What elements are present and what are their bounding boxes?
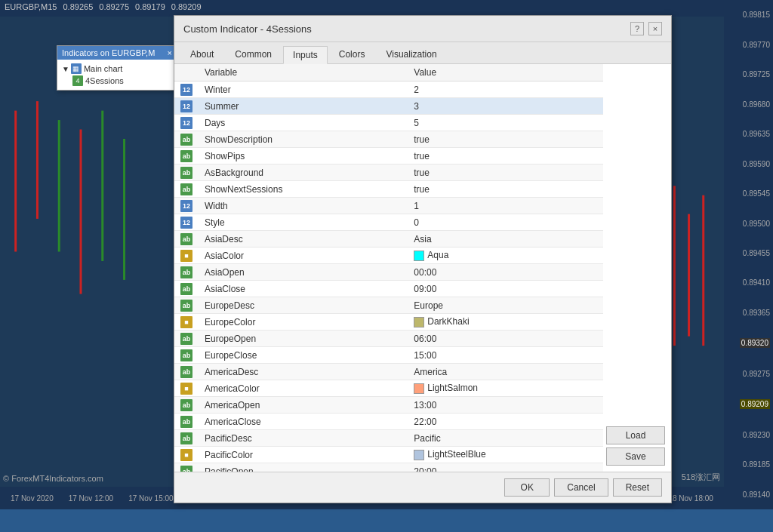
- value-cell[interactable]: true: [408, 131, 603, 148]
- footer-buttons: OK Cancel Reset: [504, 478, 662, 497]
- table-row[interactable]: 12Days5: [174, 115, 603, 131]
- value-cell[interactable]: LightSalmon: [408, 380, 603, 397]
- chart-topbar: EURGBP,M15 0.89265 0.89275 0.89179 0.892…: [0, 0, 773, 17]
- table-row[interactable]: abAmericaDescAmerica: [174, 364, 603, 380]
- value-cell[interactable]: Pacific: [408, 430, 603, 447]
- reset-button[interactable]: Reset: [613, 478, 662, 497]
- params-scroll[interactable]: Variable Value 12Winter212Summer312Days5…: [174, 64, 603, 472]
- color-icon: ■: [180, 250, 192, 262]
- row-icon-cell: ab: [174, 430, 199, 447]
- table-row[interactable]: 12Summer3: [174, 98, 603, 115]
- table-row[interactable]: abEuropeDescEurope: [174, 297, 603, 314]
- dialog-tabs: About Common Inputs Colors Visualization: [174, 42, 671, 64]
- value-cell[interactable]: Europe: [408, 297, 603, 314]
- ab-icon: ab: [180, 266, 192, 278]
- close-button[interactable]: ×: [648, 22, 662, 35]
- value-cell[interactable]: 09:00: [408, 281, 603, 297]
- svg-rect-12: [14, 111, 17, 252]
- value-cell[interactable]: 00:00: [408, 264, 603, 281]
- indicators-4sessions[interactable]: 4 4Sessions: [60, 75, 174, 87]
- tab-about[interactable]: About: [180, 45, 223, 63]
- table-row[interactable]: abAsiaClose09:00: [174, 281, 603, 297]
- ab-icon: ab: [180, 333, 192, 345]
- ab-icon: ab: [180, 167, 192, 179]
- value-cell[interactable]: 22:00: [408, 414, 603, 430]
- table-row[interactable]: abEuropeOpen06:00: [174, 331, 603, 347]
- ab-icon: ab: [180, 233, 192, 245]
- params-table: Variable Value 12Winter212Summer312Days5…: [174, 64, 603, 472]
- variable-cell: AsiaColor: [199, 248, 408, 264]
- svg-rect-13: [36, 101, 38, 219]
- params-tbody: 12Winter212Summer312Days5abShowDescripti…: [174, 81, 603, 472]
- dialog-controls: ? ×: [630, 22, 662, 35]
- value-cell[interactable]: true: [408, 181, 603, 198]
- value-cell[interactable]: 5: [408, 115, 603, 131]
- load-button[interactable]: Load: [606, 426, 665, 444]
- table-row[interactable]: 12Width1: [174, 198, 603, 214]
- variable-cell: ShowPips: [199, 148, 408, 165]
- save-button[interactable]: Save: [606, 447, 665, 466]
- value-cell[interactable]: 15:00: [408, 347, 603, 364]
- table-row[interactable]: abShowDescriptiontrue: [174, 131, 603, 148]
- table-row[interactable]: abAsiaOpen00:00: [174, 264, 603, 281]
- table-row[interactable]: ■AsiaColorAqua: [174, 248, 603, 264]
- table-row[interactable]: ■PacificColorLightSteelBlue: [174, 447, 603, 463]
- value-cell[interactable]: 1: [408, 198, 603, 214]
- indicators-close-btn[interactable]: ×: [168, 48, 172, 57]
- ab-icon: ab: [180, 150, 192, 162]
- dialog-content: Variable Value 12Winter212Summer312Days5…: [174, 64, 671, 472]
- svg-rect-9: [673, 186, 676, 346]
- variable-cell: AmericaDesc: [199, 364, 408, 380]
- color-icon: ■: [180, 316, 192, 328]
- row-icon-cell: ■: [174, 314, 199, 331]
- svg-rect-11: [702, 195, 704, 346]
- table-row[interactable]: abAmericaClose22:00: [174, 414, 603, 430]
- value-cell[interactable]: America: [408, 364, 603, 380]
- ok-button[interactable]: OK: [504, 478, 550, 497]
- value-cell[interactable]: 20:00: [408, 463, 603, 472]
- tab-common[interactable]: Common: [225, 45, 282, 63]
- variable-cell: PacificOpen: [199, 463, 408, 472]
- icon-col-header: [174, 64, 199, 81]
- table-row[interactable]: abEuropeClose15:00: [174, 347, 603, 364]
- cancel-button[interactable]: Cancel: [554, 478, 608, 497]
- variable-cell: AmericaColor: [199, 380, 408, 397]
- variable-cell: EuropeDesc: [199, 297, 408, 314]
- row-icon-cell: ab: [174, 148, 199, 165]
- 4sessions-icon: 4: [72, 75, 83, 86]
- value-cell[interactable]: 0: [408, 214, 603, 231]
- table-row[interactable]: ■EuropeColorDarkKhaki: [174, 314, 603, 331]
- tab-colors[interactable]: Colors: [329, 45, 375, 63]
- table-row[interactable]: abAsBackgroundtrue: [174, 165, 603, 181]
- value-cell[interactable]: LightSteelBlue: [408, 447, 603, 463]
- ab-icon: ab: [180, 366, 192, 378]
- table-row[interactable]: abShowNextSessionstrue: [174, 181, 603, 198]
- help-button[interactable]: ?: [630, 22, 644, 35]
- tab-visualization[interactable]: Visualization: [376, 45, 446, 63]
- watermark-left: © ForexMT4Indicators.com: [3, 474, 103, 483]
- color-swatch: [414, 317, 424, 328]
- value-cell[interactable]: Aqua: [408, 248, 603, 264]
- value-cell[interactable]: true: [408, 165, 603, 181]
- table-row[interactable]: abPacificDescPacific: [174, 430, 603, 447]
- value-cell[interactable]: 06:00: [408, 331, 603, 347]
- value-cell[interactable]: Asia: [408, 231, 603, 248]
- value-cell[interactable]: 3: [408, 98, 603, 115]
- table-row[interactable]: abPacificOpen20:00: [174, 463, 603, 472]
- table-row[interactable]: 12Winter2: [174, 81, 603, 98]
- value-cell[interactable]: DarkKhaki: [408, 314, 603, 331]
- 4sessions-label: 4Sessions: [85, 76, 124, 85]
- tab-inputs[interactable]: Inputs: [283, 46, 328, 64]
- value-cell[interactable]: 13:00: [408, 397, 603, 414]
- variable-cell: AmericaClose: [199, 414, 408, 430]
- table-row[interactable]: abAsiaDescAsia: [174, 231, 603, 248]
- table-row[interactable]: abShowPipstrue: [174, 148, 603, 165]
- value-cell[interactable]: 2: [408, 81, 603, 98]
- watermark-right: 518涨汇网: [682, 472, 720, 483]
- value-cell[interactable]: true: [408, 148, 603, 165]
- variable-cell: AsBackground: [199, 165, 408, 181]
- table-row[interactable]: ■AmericaColorLightSalmon: [174, 380, 603, 397]
- table-row[interactable]: 12Style0: [174, 214, 603, 231]
- table-row[interactable]: abAmericaOpen13:00: [174, 397, 603, 414]
- variable-cell: AsiaClose: [199, 281, 408, 297]
